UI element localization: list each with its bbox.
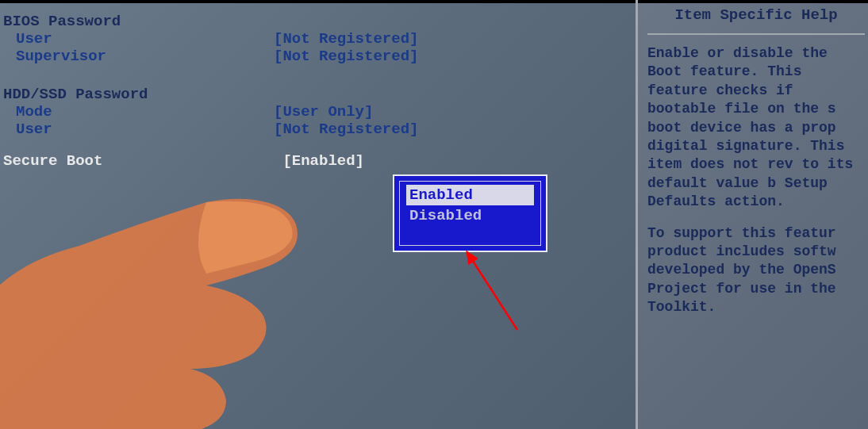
secure-boot-popup: Enabled Disabled (393, 174, 547, 252)
pointing-finger-icon (0, 198, 309, 429)
main-settings-panel: BIOS Password User [Not Registered] Supe… (0, 0, 638, 429)
hdd-password-header: HDD/SSD Password (0, 86, 636, 103)
bios-password-header: BIOS Password (0, 13, 636, 30)
hdd-user-label: User (16, 121, 274, 138)
bios-user-value: [Not Registered] (274, 30, 418, 48)
secure-boot-label: Secure Boot (3, 152, 274, 170)
help-paragraph-1: Enable or disable the Boot feature. This… (647, 44, 865, 212)
bios-user-row[interactable]: User [Not Registered] (0, 30, 636, 48)
svg-line-1 (471, 259, 517, 330)
popup-option-enabled[interactable]: Enabled (406, 185, 534, 205)
hdd-user-row[interactable]: User [Not Registered] (0, 121, 636, 138)
secure-boot-value: [Enabled] (282, 152, 364, 170)
hdd-user-value: [Not Registered] (274, 121, 418, 138)
annotation-arrow-icon (462, 251, 541, 338)
popup-option-disabled[interactable]: Disabled (406, 205, 534, 226)
bios-supervisor-row[interactable]: Supervisor [Not Registered] (0, 48, 636, 65)
help-panel: Item Specific Help Enable or disable the… (638, 0, 868, 429)
help-paragraph-2: To support this featur product includes … (647, 224, 865, 317)
hdd-mode-row[interactable]: Mode [User Only] (0, 103, 636, 121)
secure-boot-row[interactable]: Secure Boot [Enabled] (0, 152, 636, 170)
bios-supervisor-label: Supervisor (16, 48, 274, 65)
bios-supervisor-value: [Not Registered] (274, 48, 418, 65)
hdd-mode-value: [User Only] (274, 103, 373, 121)
hdd-mode-label: Mode (16, 103, 274, 121)
help-title: Item Specific Help (647, 6, 865, 35)
bios-user-label: User (16, 30, 274, 48)
